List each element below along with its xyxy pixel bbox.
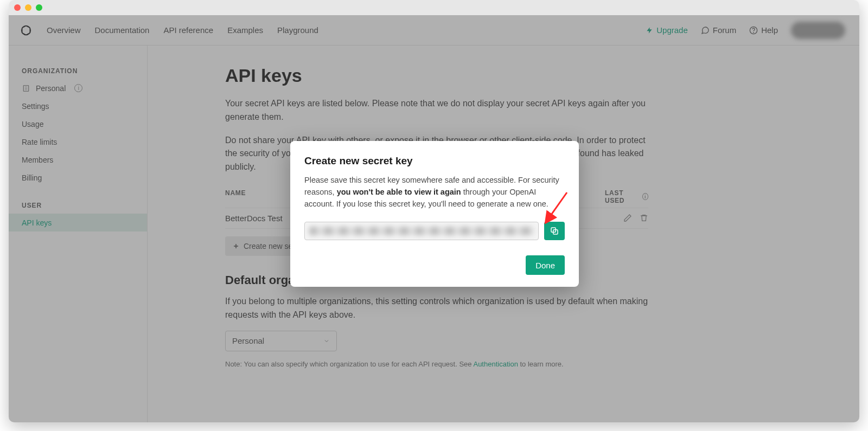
- secret-key-hidden: [309, 227, 534, 235]
- done-button[interactable]: Done: [526, 255, 565, 275]
- copy-icon: [550, 226, 559, 236]
- modal-description: Please save this secret key somewhere sa…: [304, 175, 565, 210]
- mac-titlebar: [9, 0, 859, 15]
- secret-key-row: [304, 222, 565, 240]
- window-minimize-icon[interactable]: [25, 4, 31, 11]
- create-key-modal: Create new secret key Please save this s…: [290, 141, 579, 287]
- secret-key-field[interactable]: [304, 222, 539, 240]
- copy-key-button[interactable]: [544, 222, 565, 240]
- window-close-icon[interactable]: [14, 4, 21, 11]
- window: Overview Documentation API reference Exa…: [9, 0, 859, 422]
- modal-text-bold: you won't be able to view it again: [337, 188, 461, 196]
- window-zoom-icon[interactable]: [36, 4, 42, 11]
- modal-title: Create new secret key: [304, 155, 565, 167]
